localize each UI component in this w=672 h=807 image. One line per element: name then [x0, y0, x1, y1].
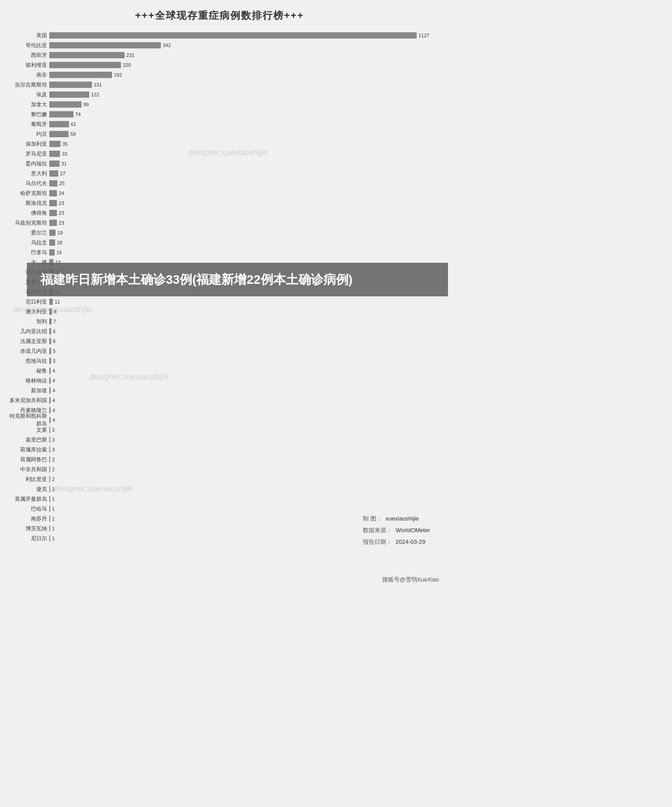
bar-row: 尼日利亚11: [4, 298, 435, 306]
bar-value: 1: [52, 516, 55, 521]
bar-fill: [49, 318, 52, 325]
bar-fill: [49, 427, 50, 433]
bar-track: 3: [49, 437, 435, 443]
bar-fill: [49, 456, 50, 463]
bar-value: 59: [70, 131, 76, 137]
bar-track: 59: [49, 131, 435, 137]
bar-label: 巴哈马: [4, 505, 49, 513]
bar-fill: [49, 308, 52, 315]
bar-row: 文莱3: [4, 426, 435, 434]
bar-label: 赤道几内亚: [4, 347, 49, 355]
bar-row: 丹麦格陵兰4: [4, 406, 435, 414]
bar-row: 意大利27: [4, 169, 435, 178]
bar-value: 6: [53, 329, 56, 334]
bar-track: 2: [49, 466, 435, 473]
bar-track: 6: [49, 328, 435, 334]
bar-value: 18: [57, 240, 62, 245]
bar-track: 24: [49, 190, 435, 196]
bar-row: 约旦59: [4, 130, 435, 138]
bar-label: 澳大利亚: [4, 308, 49, 316]
bar-track: 11: [49, 299, 435, 305]
bar-fill: [49, 368, 51, 374]
bar-fill: [49, 210, 57, 216]
bar-track: 23: [49, 200, 435, 206]
bar-label: 黎巴嫩: [4, 111, 49, 118]
bar-label: 特克斯和凯科斯群岛: [4, 412, 49, 428]
bar-row: 乌兹别克斯坦23: [4, 219, 435, 227]
bar-label: 南苏丹: [4, 515, 49, 523]
bar-fill: [49, 348, 51, 354]
bar-value: 2: [52, 457, 55, 462]
bar-row: 利比里亚2: [4, 475, 435, 483]
bar-label: 乌兹别克斯坦: [4, 219, 49, 227]
bar-track: 4: [49, 377, 435, 384]
source-label: 数据来源：: [363, 525, 392, 536]
bar-fill: [49, 466, 50, 473]
bar-label: 哥伦比亚: [4, 42, 49, 49]
bar-fill: [49, 358, 51, 364]
maker-value: xuexiaoshijie: [386, 513, 419, 525]
bar-fill: [49, 535, 50, 542]
bar-row: 乌拉圭18: [4, 239, 435, 247]
bar-value: 23: [59, 220, 64, 226]
bar-track: 74: [49, 111, 435, 117]
bar-track: 6: [49, 338, 435, 344]
bar-fill: [49, 407, 51, 413]
bar-value: 2: [52, 486, 55, 492]
bar-value: 4: [52, 417, 55, 423]
bar-fill: [49, 447, 50, 453]
bar-label: 佛得角: [4, 209, 49, 217]
bar-row: 赤道几内亚5: [4, 347, 435, 355]
bar-row: 马尔代夫25: [4, 179, 435, 187]
bar-row: 哥伦比亚342: [4, 41, 435, 49]
bar-track: 4: [49, 407, 435, 413]
bar-track: 27: [49, 170, 435, 177]
bar-label: 西班牙: [4, 52, 49, 59]
bar-value: 24: [59, 191, 64, 196]
bar-track: 23: [49, 220, 435, 226]
bar-fill: [49, 91, 89, 98]
bar-track: 3: [49, 427, 435, 433]
bar-row: 智利7: [4, 317, 435, 325]
bar-track: 4: [49, 387, 435, 394]
bar-value: 231: [126, 52, 134, 58]
bar-fill: [49, 82, 92, 88]
bar-fill: [49, 230, 56, 236]
bar-row: 多米尼加共和国4: [4, 396, 435, 404]
bar-label: 尼日尔: [4, 535, 49, 542]
bar-value: 4: [52, 388, 55, 393]
info-block: 制 图： xuexiaoshijie 数据来源： WorldOMeter 报告日…: [363, 513, 430, 558]
bar-fill: [49, 111, 73, 117]
bar-row: 捷克2: [4, 485, 435, 493]
bar-track: 5: [49, 358, 435, 364]
bar-label: 爱尔兰: [4, 229, 49, 237]
bar-fill: [49, 101, 82, 108]
bar-value: 74: [75, 112, 81, 117]
bar-row: 巴哈马1: [4, 505, 435, 513]
bar-row: 葡萄牙61: [4, 120, 435, 128]
bar-label: 巴拿马: [4, 249, 49, 256]
bar-track: 1: [49, 506, 435, 512]
sohu-watermark: 搜狐号@雪鸮XueXiao: [382, 576, 439, 612]
bar-label: 多米尼加共和国: [4, 397, 49, 404]
bar-row: 南非192: [4, 71, 435, 79]
bar-track: 4: [49, 368, 435, 374]
bar-track: 220: [49, 62, 435, 68]
bar-value: 4: [52, 368, 55, 373]
bar-fill: [49, 338, 51, 344]
bar-value: 131: [94, 82, 102, 87]
bar-track: 33: [49, 151, 435, 157]
bar-track: 99: [49, 101, 435, 108]
bar-value: 6: [53, 338, 56, 344]
bar-track: 31: [49, 161, 435, 167]
bar-track: 8: [49, 308, 435, 315]
bar-value: 11: [55, 299, 60, 304]
bar-value: 4: [52, 378, 55, 383]
bar-row: 基里巴斯3: [4, 436, 435, 444]
bar-value: 19: [57, 230, 63, 235]
bar-label: 文莱: [4, 426, 49, 434]
bar-fill: [49, 516, 50, 522]
bar-track: 35: [49, 141, 435, 147]
bar-label: 美国: [4, 32, 49, 39]
bar-fill: [49, 387, 51, 394]
